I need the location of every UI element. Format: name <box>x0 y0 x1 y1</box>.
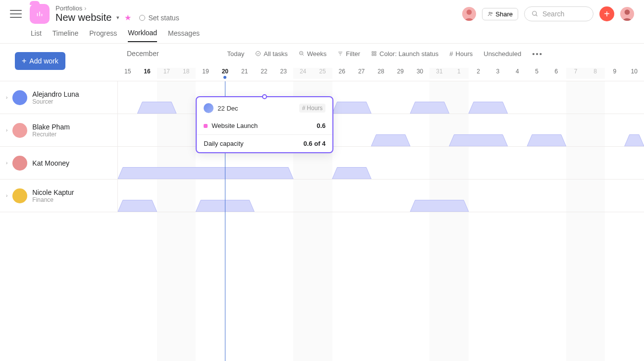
date-10[interactable]: 10 <box>625 68 644 79</box>
tab-workload[interactable]: Workload <box>128 29 157 42</box>
capacity-value: 0.6 of 4 <box>304 140 326 147</box>
expand-icon[interactable]: › <box>6 160 7 166</box>
person-name[interactable]: Kat Mooney <box>32 159 69 167</box>
set-status-button[interactable]: Set status <box>139 14 179 22</box>
date-24[interactable]: 24 <box>293 68 313 79</box>
date-27[interactable]: 27 <box>352 68 371 79</box>
person-avatar[interactable] <box>12 188 27 203</box>
tab-messages[interactable]: Messages <box>168 29 200 42</box>
task-color-dot <box>204 124 208 128</box>
task-hours: 0.6 <box>317 122 325 129</box>
svg-point-5 <box>256 52 261 56</box>
person-name[interactable]: Nicole Kaptur <box>32 188 74 196</box>
svg-rect-7 <box>372 52 374 53</box>
svg-point-1 <box>489 12 490 14</box>
svg-point-4 <box>625 9 630 15</box>
title-dropdown-icon[interactable]: ▾ <box>116 14 119 21</box>
date-9[interactable]: 9 <box>605 68 624 79</box>
date-17[interactable]: 17 <box>157 68 176 79</box>
date-15[interactable]: 15 <box>118 68 137 79</box>
date-5[interactable]: 5 <box>527 68 546 79</box>
svg-point-0 <box>467 9 472 15</box>
person-avatar[interactable] <box>12 90 27 105</box>
date-20[interactable]: 20 <box>215 68 235 79</box>
zoom-icon <box>299 51 305 57</box>
date-3[interactable]: 3 <box>488 68 507 79</box>
popover-avatar <box>204 103 214 113</box>
filter-icon <box>337 51 343 57</box>
date-18[interactable]: 18 <box>176 68 196 79</box>
breadcrumb[interactable]: Portfolios › <box>55 4 179 12</box>
svg-rect-10 <box>375 54 376 56</box>
date-25[interactable]: 25 <box>313 68 332 79</box>
svg-point-3 <box>533 11 537 15</box>
date-8[interactable]: 8 <box>586 68 605 79</box>
zoom-weeks[interactable]: Weeks <box>299 50 327 58</box>
status-circle-icon <box>139 15 145 21</box>
filter-button[interactable]: Filter <box>337 50 360 58</box>
date-29[interactable]: 29 <box>391 68 410 79</box>
person-avatar[interactable] <box>12 156 27 171</box>
user-avatar[interactable] <box>620 7 634 21</box>
hash-icon: # <box>302 105 306 112</box>
date-7[interactable]: 7 <box>566 68 586 79</box>
color-icon <box>371 51 377 57</box>
person-role: Sourcer <box>32 98 79 105</box>
task-name: Website Launch <box>212 122 258 129</box>
person-role: Recruiter <box>32 131 69 138</box>
plus-icon: + <box>22 57 26 65</box>
expand-icon[interactable]: › <box>6 95 7 100</box>
chevron-right-icon: › <box>84 5 86 12</box>
person-role: Finance <box>32 196 74 203</box>
workload-popover: 22 Dec # Hours Website Launch 0.6 Daily … <box>196 96 333 153</box>
popover-date: 22 Dec <box>217 105 238 112</box>
svg-rect-9 <box>372 54 374 56</box>
unscheduled-button[interactable]: Unscheduled <box>483 50 521 58</box>
all-tasks-filter[interactable]: All tasks <box>255 50 287 58</box>
date-22[interactable]: 22 <box>254 68 273 79</box>
breadcrumb-parent[interactable]: Portfolios <box>55 4 82 12</box>
add-work-button[interactable]: + Add work <box>15 52 65 70</box>
date-4[interactable]: 4 <box>508 68 527 79</box>
person-avatar[interactable] <box>12 123 27 138</box>
people-icon <box>487 11 493 17</box>
more-menu[interactable]: ••• <box>532 50 543 58</box>
search-input[interactable]: Search <box>524 6 593 21</box>
date-28[interactable]: 28 <box>371 68 390 79</box>
today-button[interactable]: Today <box>227 50 245 58</box>
workload-row: › Nicole Kaptur Finance <box>0 180 644 212</box>
month-label: December <box>127 50 159 58</box>
svg-point-2 <box>491 12 493 14</box>
date-2[interactable]: 2 <box>469 68 488 79</box>
hours-badge: # Hours <box>299 104 326 113</box>
search-icon <box>532 10 538 17</box>
expand-icon[interactable]: › <box>6 193 7 198</box>
check-circle-icon <box>255 51 261 57</box>
header-avatar[interactable] <box>462 7 476 21</box>
today-indicator <box>223 76 226 79</box>
date-1[interactable]: 1 <box>449 68 469 79</box>
workload-chart[interactable] <box>118 180 644 212</box>
share-button[interactable]: Share <box>482 8 518 20</box>
date-6[interactable]: 6 <box>546 68 566 79</box>
hamburger-menu[interactable] <box>10 8 22 20</box>
date-23[interactable]: 23 <box>274 68 293 79</box>
expand-icon[interactable]: › <box>6 127 7 133</box>
color-by-button[interactable]: Color: Launch status <box>371 50 438 58</box>
date-21[interactable]: 21 <box>235 68 254 79</box>
date-26[interactable]: 26 <box>332 68 352 79</box>
portfolio-folder-icon <box>30 4 50 24</box>
date-19[interactable]: 19 <box>196 68 215 79</box>
capacity-label: Daily capacity <box>204 140 243 147</box>
popover-handle[interactable] <box>262 94 267 99</box>
star-icon[interactable]: ★ <box>124 13 131 22</box>
global-add-button[interactable]: + <box>599 6 614 21</box>
date-30[interactable]: 30 <box>410 68 429 79</box>
person-name[interactable]: Alejandro Luna <box>32 90 79 98</box>
svg-rect-8 <box>375 52 376 53</box>
date-16[interactable]: 16 <box>137 68 157 79</box>
person-name[interactable]: Blake Pham <box>32 123 69 131</box>
page-title[interactable]: New website <box>55 12 111 23</box>
effort-hours-button[interactable]: # Hours <box>449 50 473 58</box>
date-31[interactable]: 31 <box>429 68 449 79</box>
